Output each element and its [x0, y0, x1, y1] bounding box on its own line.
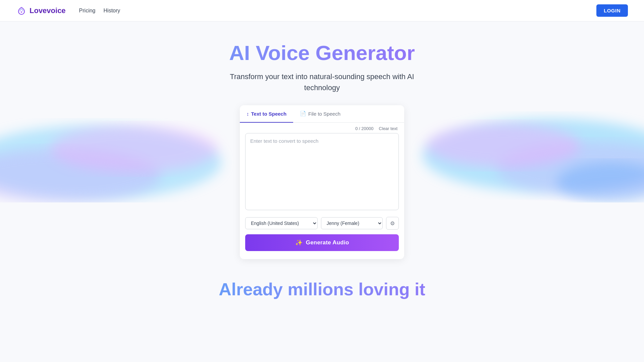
- svg-point-5: [496, 142, 644, 196]
- hero-section: AI Voice Generator Transform your text i…: [0, 21, 644, 306]
- svg-point-3: [50, 125, 218, 172]
- bottom-title: Already millions loving it: [0, 279, 644, 299]
- speech-textarea[interactable]: [245, 133, 399, 210]
- hero-title: AI Voice Generator: [0, 42, 644, 64]
- main-card: ↕ Text to Speech 📄 File to Speech 0 / 20…: [240, 105, 404, 259]
- gear-icon: ⚙: [390, 220, 395, 227]
- navbar-left: Lovevoice Pricing History: [16, 5, 120, 16]
- svg-point-1: [0, 125, 221, 199]
- nav-link-history[interactable]: History: [104, 8, 120, 14]
- logo-link[interactable]: Lovevoice: [16, 5, 66, 16]
- textarea-meta: 0 / 20000 Clear text: [245, 123, 399, 133]
- generate-audio-button[interactable]: ✨ Generate Audio: [245, 234, 399, 251]
- tab-file-to-speech[interactable]: 📄 File to Speech: [293, 105, 347, 123]
- logo-icon: [16, 5, 27, 16]
- nav-link-pricing[interactable]: Pricing: [79, 8, 96, 14]
- generate-icon: ✨: [295, 239, 303, 246]
- clear-text-button[interactable]: Clear text: [379, 126, 397, 131]
- text-to-speech-icon: ↕: [247, 111, 249, 117]
- brand-name: Lovevoice: [30, 6, 66, 15]
- char-count: 0 / 20000: [355, 126, 373, 131]
- textarea-section: 0 / 20000 Clear text: [240, 123, 404, 212]
- language-select[interactable]: English (United States) English (United …: [245, 217, 318, 229]
- svg-point-0: [21, 11, 22, 13]
- file-to-speech-icon: 📄: [300, 111, 306, 117]
- nav-links: Pricing History: [79, 8, 120, 14]
- tab-text-to-speech[interactable]: ↕ Text to Speech: [240, 105, 293, 123]
- login-button[interactable]: LOGIN: [596, 4, 628, 17]
- tab-bar: ↕ Text to Speech 📄 File to Speech: [240, 105, 404, 123]
- svg-point-7: [557, 162, 644, 202]
- svg-point-6: [426, 124, 580, 167]
- voice-select[interactable]: Jenny (Female) Guy (Male) Aria (Female) …: [321, 217, 383, 229]
- svg-point-2: [0, 149, 161, 202]
- navbar: Lovevoice Pricing History LOGIN: [0, 0, 644, 21]
- controls-row: English (United States) English (United …: [240, 212, 404, 230]
- svg-point-4: [423, 119, 644, 192]
- hero-subtitle: Transform your text into natural-soundin…: [218, 71, 426, 93]
- bottom-section: Already millions loving it: [0, 259, 644, 306]
- settings-button[interactable]: ⚙: [386, 217, 399, 230]
